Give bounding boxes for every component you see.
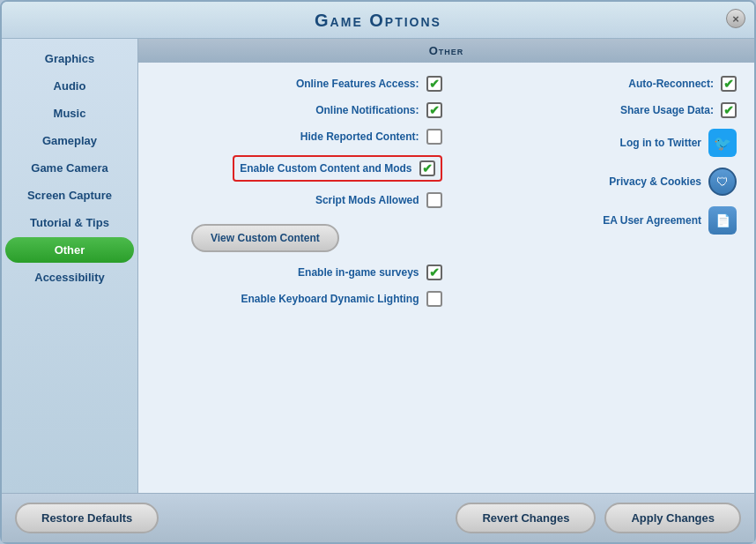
settings-left-column: Online Features Access: ✔ Online Notific… (156, 76, 442, 480)
ea-agreement-label: EA User Agreement (603, 214, 701, 227)
checkmark-icon: ✔ (429, 103, 440, 117)
keyboard-lighting-checkbox[interactable] (426, 291, 442, 307)
sidebar-item-audio[interactable]: Audio (5, 73, 134, 99)
setting-share-usage: Share Usage Data: ✔ (451, 102, 737, 118)
title-bar: Game Options × (2, 2, 754, 39)
document-icon: 📄 (715, 213, 730, 227)
twitter-icon: 🐦 (714, 135, 731, 152)
settings-area: Online Features Access: ✔ Online Notific… (138, 63, 754, 493)
privacy-button[interactable]: 🛡 (708, 168, 737, 196)
online-notifications-label: Online Notifications: (315, 104, 419, 116)
setting-online-notifications: Online Notifications: ✔ (156, 102, 442, 118)
revert-changes-button[interactable]: Revert Changes (456, 503, 596, 533)
setting-script-mods: Script Mods Allowed (156, 192, 442, 208)
online-notifications-checkbox[interactable]: ✔ (426, 102, 442, 118)
auto-reconnect-label: Auto-Reconnect: (628, 78, 714, 90)
view-custom-row: View Custom Content (156, 222, 442, 254)
enable-custom-label: Enable Custom Content and Mods (240, 162, 411, 175)
online-features-checkbox[interactable]: ✔ (426, 76, 442, 92)
script-mods-checkbox[interactable] (426, 192, 442, 208)
sidebar-item-accessibility[interactable]: Accessibility (5, 265, 134, 290)
close-button[interactable]: × (726, 9, 745, 28)
sidebar-item-gameplay[interactable]: Gameplay (5, 128, 134, 153)
script-mods-label: Script Mods Allowed (315, 194, 419, 206)
hide-reported-label: Hide Reported Content: (300, 130, 419, 143)
sidebar-item-graphics[interactable]: Graphics (5, 46, 134, 71)
settings-right-column: Auto-Reconnect: ✔ Share Usage Data: ✔ (451, 76, 737, 480)
setting-privacy: Privacy & Cookies 🛡 (451, 168, 737, 196)
enable-ingame-label: Enable in-game surveys (298, 266, 419, 279)
enable-custom-highlight: Enable Custom Content and Mods ✔ (233, 155, 441, 182)
auto-reconnect-checkbox[interactable]: ✔ (721, 76, 737, 92)
setting-hide-reported: Hide Reported Content: (156, 129, 442, 145)
share-usage-label: Share Usage Data: (620, 104, 714, 116)
main-area: Graphics Audio Music Gameplay Game Camer… (2, 39, 754, 493)
bottom-right-buttons: Revert Changes Apply Changes (456, 503, 741, 533)
twitter-button[interactable]: 🐦 (708, 129, 737, 157)
setting-twitter: Log in to Twitter 🐦 (451, 129, 737, 157)
window-title: Game Options (315, 11, 441, 30)
sidebar-item-screen-capture[interactable]: Screen Capture (5, 183, 134, 208)
content-area: Other Online Features Access: ✔ (138, 39, 754, 493)
sidebar: Graphics Audio Music Gameplay Game Camer… (2, 39, 138, 493)
view-custom-content-button[interactable]: View Custom Content (191, 224, 339, 252)
setting-keyboard-lighting: Enable Keyboard Dynamic Lighting (156, 291, 442, 307)
settings-columns: Online Features Access: ✔ Online Notific… (156, 76, 737, 480)
bottom-bar: Restore Defaults Revert Changes Apply Ch… (2, 493, 754, 542)
keyboard-lighting-label: Enable Keyboard Dynamic Lighting (241, 293, 419, 305)
sidebar-item-music[interactable]: Music (5, 101, 134, 126)
setting-enable-ingame: Enable in-game surveys ✔ (156, 265, 442, 280)
setting-online-features: Online Features Access: ✔ (156, 76, 442, 92)
checkmark-icon: ✔ (723, 77, 734, 91)
sidebar-item-tutorial-tips[interactable]: Tutorial & Tips (5, 210, 134, 235)
game-options-window: Game Options × Graphics Audio Music Game… (0, 0, 756, 544)
shield-icon: 🛡 (716, 175, 729, 189)
checkmark-icon: ✔ (429, 265, 440, 279)
twitter-label: Log in to Twitter (620, 137, 701, 149)
setting-auto-reconnect: Auto-Reconnect: ✔ (451, 76, 737, 92)
online-features-label: Online Features Access: (296, 78, 419, 90)
checkmark-icon: ✔ (429, 77, 440, 91)
section-header: Other (138, 39, 754, 63)
restore-defaults-button[interactable]: Restore Defaults (15, 503, 159, 533)
enable-ingame-checkbox[interactable]: ✔ (426, 265, 442, 280)
apply-changes-button[interactable]: Apply Changes (604, 503, 741, 533)
checkmark-icon: ✔ (422, 161, 433, 175)
sidebar-item-other[interactable]: Other (5, 237, 134, 263)
privacy-label: Privacy & Cookies (609, 175, 701, 188)
setting-enable-custom: Enable Custom Content and Mods ✔ (156, 155, 442, 182)
ea-agreement-button[interactable]: 📄 (708, 206, 737, 235)
enable-custom-checkbox[interactable]: ✔ (419, 160, 435, 176)
sidebar-item-game-camera[interactable]: Game Camera (5, 155, 134, 181)
share-usage-checkbox[interactable]: ✔ (721, 102, 737, 118)
hide-reported-checkbox[interactable] (426, 129, 442, 145)
setting-ea-agreement: EA User Agreement 📄 (451, 206, 737, 235)
checkmark-icon: ✔ (723, 103, 734, 117)
